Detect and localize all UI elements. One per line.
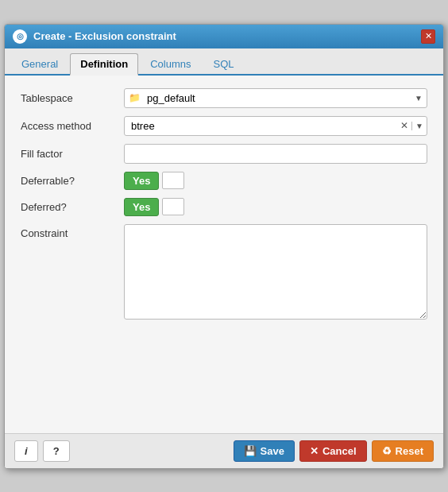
save-icon: 💾: [244, 445, 257, 457]
footer: i ? 💾 Save ✕ Cancel ♻ Reset: [5, 433, 443, 468]
deferrable-toggle-group: Yes: [124, 172, 427, 190]
tablespace-row: Tablespace 📁 pg_default ▼: [21, 88, 427, 108]
constraint-row: Constraint: [21, 224, 427, 322]
constraint-control: [124, 224, 427, 322]
form-content: Tablespace 📁 pg_default ▼ Access method …: [5, 76, 443, 433]
access-method-control: ✕ ▼: [124, 116, 427, 136]
tab-definition[interactable]: Definition: [70, 53, 138, 76]
tab-columns[interactable]: Columns: [140, 53, 201, 74]
access-method-input[interactable]: [125, 117, 397, 135]
tab-general[interactable]: General: [11, 53, 68, 74]
fill-factor-row: Fill factor: [21, 144, 427, 164]
main-window: ◎ Create - Exclusion constraint ✕ Genera…: [4, 24, 444, 469]
save-label: Save: [261, 445, 284, 457]
fill-factor-label: Fill factor: [21, 148, 124, 160]
question-label: ?: [53, 445, 60, 457]
close-button[interactable]: ✕: [421, 29, 435, 44]
tab-bar: General Definition Columns SQL: [5, 48, 443, 76]
info-label: i: [25, 445, 28, 457]
deferred-control: Yes: [124, 198, 427, 216]
title-bar-left: ◎ Create - Exclusion constraint: [13, 29, 176, 44]
deferrable-yes-button[interactable]: Yes: [124, 172, 159, 190]
reset-icon: ♻: [382, 445, 392, 457]
deferred-label: Deferred?: [21, 201, 124, 213]
access-method-wrapper: ✕ ▼: [124, 116, 427, 136]
save-button[interactable]: 💾 Save: [234, 440, 295, 462]
tablespace-select-wrapper: 📁 pg_default ▼: [124, 88, 427, 108]
window-title: Create - Exclusion constraint: [33, 30, 176, 42]
constraint-label: Constraint: [21, 224, 124, 239]
access-method-row: Access method ✕ ▼: [21, 116, 427, 136]
access-dropdown-arrow-icon[interactable]: ▼: [411, 122, 427, 130]
deferrable-control: Yes: [124, 172, 427, 190]
deferred-toggle-group: Yes: [124, 198, 427, 216]
folder-icon: 📁: [129, 92, 141, 103]
reset-label: Reset: [396, 445, 423, 457]
deferrable-row: Deferrable? Yes: [21, 172, 427, 190]
tablespace-control: 📁 pg_default ▼: [124, 88, 427, 108]
cancel-button[interactable]: ✕ Cancel: [299, 440, 367, 462]
deferred-row: Deferred? Yes: [21, 198, 427, 216]
fill-factor-input[interactable]: [124, 144, 427, 164]
deferred-yes-button[interactable]: Yes: [124, 198, 159, 216]
fill-factor-control: [124, 144, 427, 164]
reset-button[interactable]: ♻ Reset: [372, 440, 434, 462]
deferrable-label: Deferrable?: [21, 175, 124, 187]
title-bar: ◎ Create - Exclusion constraint ✕: [5, 25, 443, 48]
footer-left: i ?: [14, 440, 70, 462]
deferred-toggle-box[interactable]: [162, 198, 184, 215]
access-clear-icon[interactable]: ✕: [397, 120, 411, 131]
tab-sql[interactable]: SQL: [203, 53, 244, 74]
tablespace-select[interactable]: pg_default: [124, 88, 427, 108]
info-button[interactable]: i: [14, 440, 38, 462]
help-button[interactable]: ?: [43, 440, 70, 462]
window-icon: ◎: [13, 29, 27, 44]
cancel-label: Cancel: [322, 445, 357, 457]
access-method-label: Access method: [21, 120, 124, 132]
constraint-textarea[interactable]: [124, 224, 427, 320]
cancel-icon: ✕: [310, 445, 319, 457]
deferrable-toggle-box[interactable]: [162, 172, 184, 189]
tablespace-label: Tablespace: [21, 92, 124, 104]
footer-right: 💾 Save ✕ Cancel ♻ Reset: [234, 440, 434, 462]
